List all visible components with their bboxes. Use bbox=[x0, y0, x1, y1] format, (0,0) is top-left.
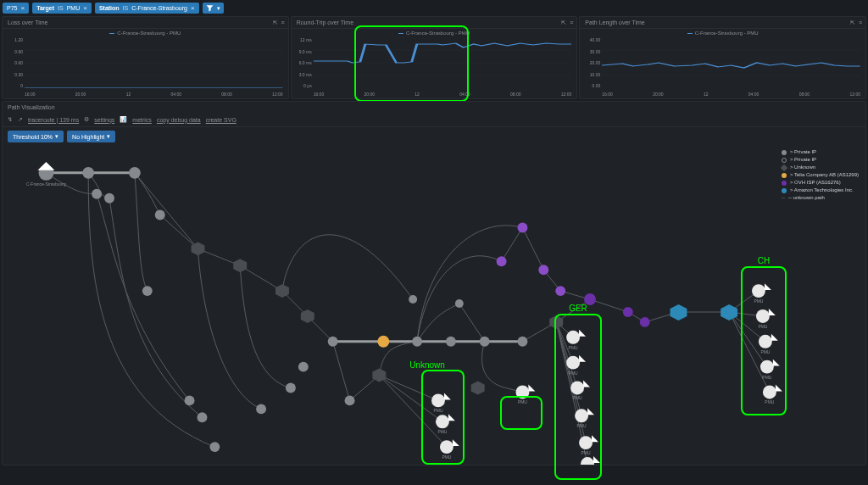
endpoint-pmu[interactable]: PMU bbox=[431, 393, 451, 413]
ovh-node[interactable] bbox=[538, 265, 548, 275]
create-svg-link[interactable]: create SVG bbox=[206, 117, 236, 123]
endpoint-pmu[interactable]: PMU bbox=[760, 360, 780, 380]
source-node[interactable]: C-France-Strasbourg bbox=[26, 162, 66, 187]
svg-point-30 bbox=[566, 331, 580, 344]
unknown-hex-node[interactable] bbox=[233, 259, 247, 272]
hop-node[interactable] bbox=[209, 442, 220, 452]
chip-target[interactable]: Target IS PMU × bbox=[32, 3, 92, 14]
svg-text:C-France-Strasbourg: C-France-Strasbourg bbox=[26, 182, 66, 187]
ytick: 0 bbox=[4, 83, 23, 88]
metrics-link[interactable]: metrics bbox=[132, 117, 152, 123]
svg-text:PMU: PMU bbox=[569, 371, 578, 376]
amazon-hex-node[interactable] bbox=[670, 304, 687, 321]
panel-title: Path Visualization bbox=[3, 102, 865, 113]
close-icon[interactable]: × bbox=[191, 4, 195, 12]
hop-node[interactable] bbox=[446, 337, 456, 347]
ytick: 0.00 bbox=[581, 83, 600, 88]
panel-actions[interactable]: ⇱≡ bbox=[561, 20, 573, 26]
svg-point-21 bbox=[436, 415, 449, 428]
hop-node[interactable] bbox=[480, 337, 490, 347]
svg-marker-31 bbox=[579, 330, 586, 337]
ovh-node[interactable] bbox=[623, 307, 633, 317]
endpoint-pmu[interactable]: PMU bbox=[566, 330, 586, 350]
xtick: 20:00 bbox=[75, 92, 86, 97]
svg-marker-22 bbox=[448, 414, 455, 421]
share-icon[interactable]: ⇱ bbox=[273, 20, 278, 26]
endpoint-pmu[interactable]: PMU bbox=[570, 381, 590, 401]
svg-marker-57 bbox=[773, 360, 780, 366]
endpoint-pmu[interactable]: PMU bbox=[756, 309, 776, 329]
hop-node[interactable] bbox=[286, 383, 296, 393]
settings-link[interactable]: settings bbox=[94, 117, 114, 123]
chart-body[interactable]: C-France-Strasbourg - PMU 12 ms 9.0 ms 6… bbox=[292, 29, 577, 98]
chip-station[interactable]: Station IS C-France-Strasbourg × bbox=[95, 3, 199, 14]
ytick: 40.00 bbox=[581, 37, 600, 42]
panel-actions[interactable]: ⇱≡ bbox=[850, 20, 862, 26]
hop-node[interactable] bbox=[82, 167, 94, 179]
highlight-button[interactable]: No Highlight▾ bbox=[67, 131, 115, 142]
hop-node[interactable] bbox=[92, 189, 102, 199]
endpoint-pmu[interactable]: PMU bbox=[515, 385, 535, 405]
endpoint-pmu[interactable]: PMU bbox=[579, 435, 598, 455]
endpoint-pmu[interactable]: PMU bbox=[763, 385, 782, 405]
xtick: 20:00 bbox=[364, 92, 375, 97]
panel-actions[interactable]: ⇱≡ bbox=[273, 20, 285, 26]
hop-node[interactable] bbox=[155, 210, 165, 220]
legend-text: C-France-Strasbourg - PMU bbox=[117, 31, 181, 36]
svg-text:PMU: PMU bbox=[569, 346, 578, 350]
chart-canvas bbox=[314, 37, 572, 88]
share-icon[interactable]: ⇱ bbox=[561, 20, 566, 26]
hop-node[interactable] bbox=[298, 362, 309, 372]
svg-marker-48 bbox=[765, 283, 771, 290]
panel-title: Round-Trip over Time bbox=[292, 17, 577, 29]
xtick: 12 bbox=[704, 92, 709, 97]
endpoint-pmu[interactable]: PMU bbox=[575, 408, 594, 428]
hop-node[interactable] bbox=[185, 395, 195, 405]
hop-node[interactable] bbox=[104, 193, 114, 203]
chart-body[interactable]: C-France-Strasbourg - PMU 1.20 0.90 0.60… bbox=[3, 29, 288, 98]
endpoint-pmu[interactable]: PMU bbox=[759, 334, 778, 354]
endpoint-pmu[interactable]: PMU bbox=[566, 355, 586, 376]
ovh-node[interactable] bbox=[584, 293, 596, 305]
hop-node[interactable] bbox=[409, 295, 417, 304]
copy-debug-link[interactable]: copy debug data bbox=[157, 117, 201, 123]
chip-key: Station bbox=[99, 5, 120, 11]
hop-node[interactable] bbox=[517, 337, 527, 347]
endpoint-pmu[interactable]: PMU bbox=[752, 283, 771, 304]
chip-p75[interactable]: P75 × bbox=[3, 3, 29, 14]
endpoint-pmu[interactable]: PMU bbox=[440, 439, 459, 460]
menu-icon[interactable]: ≡ bbox=[570, 20, 573, 26]
close-icon[interactable]: × bbox=[83, 4, 87, 12]
chart-body[interactable]: C-France-Strasbourg - PMU 40.00 30.00 20… bbox=[580, 29, 865, 98]
hop-node[interactable] bbox=[256, 404, 266, 414]
hop-node[interactable] bbox=[129, 167, 141, 179]
ovh-node[interactable] bbox=[497, 256, 507, 266]
ytick: 9.0 ms bbox=[293, 49, 312, 54]
endpoint-pmu[interactable]: PMU bbox=[436, 414, 455, 434]
ytick: 0.30 bbox=[4, 72, 23, 77]
filter-icon-button[interactable]: ▾ bbox=[203, 3, 224, 14]
amazon-hex-node[interactable] bbox=[721, 304, 737, 321]
traceroute-link[interactable]: traceroute | 139 ms bbox=[28, 117, 79, 123]
hop-node[interactable] bbox=[142, 286, 153, 296]
legend-text: C-France-Strasbourg - PMU bbox=[406, 31, 470, 36]
threshold-button[interactable]: Threshold 10%▾ bbox=[8, 131, 64, 142]
ovh-node[interactable] bbox=[555, 286, 565, 296]
share-icon[interactable]: ⇱ bbox=[850, 20, 855, 26]
hop-node[interactable] bbox=[197, 412, 207, 422]
hop-node[interactable] bbox=[455, 299, 464, 308]
menu-icon[interactable]: ≡ bbox=[281, 20, 285, 26]
close-icon[interactable]: × bbox=[20, 4, 25, 12]
topology-canvas[interactable]: C-France-Strasbourg bbox=[3, 148, 865, 465]
telia-node[interactable] bbox=[377, 336, 389, 348]
hop-node[interactable] bbox=[328, 337, 338, 347]
ovh-node[interactable] bbox=[517, 223, 527, 233]
ytick: 20.00 bbox=[581, 60, 600, 65]
menu-icon[interactable]: ≡ bbox=[859, 20, 862, 26]
unknown-hex-node[interactable] bbox=[471, 382, 485, 395]
endpoint-pmu[interactable] bbox=[581, 456, 600, 465]
svg-text:PMU: PMU bbox=[433, 409, 442, 413]
hop-node[interactable] bbox=[345, 395, 355, 405]
ovh-node[interactable] bbox=[640, 317, 650, 327]
hop-node[interactable] bbox=[412, 337, 422, 347]
